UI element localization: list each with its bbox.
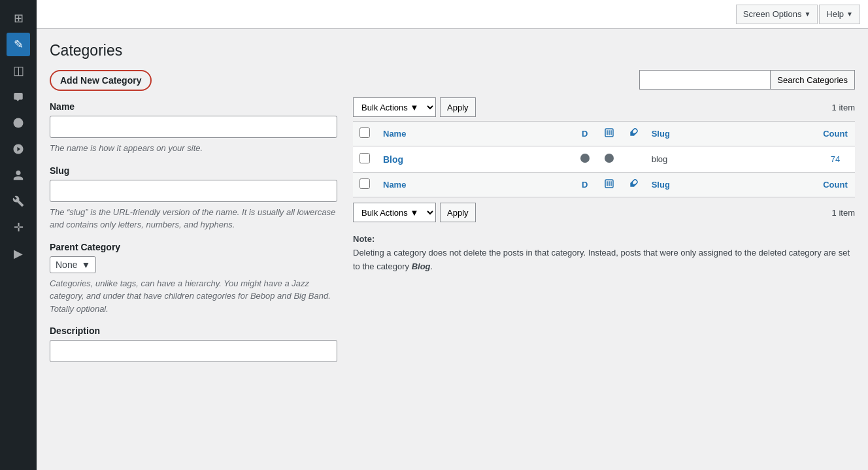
apply-button-bottom[interactable]: Apply <box>440 203 476 222</box>
svg-point-0 <box>14 118 24 128</box>
row-checkbox[interactable] <box>359 153 370 163</box>
search-input[interactable] <box>639 70 770 90</box>
screen-options-chevron-icon: ▼ <box>804 10 810 18</box>
parent-select[interactable]: None ▼ <box>50 256 96 273</box>
col-slug-footer[interactable]: Slug <box>645 173 816 197</box>
screen-options-button[interactable]: Screen Options ▼ <box>736 5 818 24</box>
sidebar-item-media[interactable]: ◫ <box>7 59 30 82</box>
row-slug-value: blog <box>652 154 668 164</box>
col-checkbox-footer <box>353 173 376 197</box>
categories-table: Name D Slug <box>353 121 855 197</box>
table-footer-row: Name D Slug <box>353 173 855 197</box>
name-hint: The name is how it appears on your site. <box>50 142 337 155</box>
svg-rect-3 <box>609 130 610 135</box>
categories-table-panel: Search Categories Bulk Actions ▼ Apply 1… <box>353 70 855 373</box>
page-content: Categories Add New Category Name The nam… <box>37 29 868 470</box>
sidebar-item-plugins[interactable] <box>7 137 30 161</box>
col-visibility-header <box>597 122 622 146</box>
page-title: Categories <box>50 42 855 59</box>
add-category-form: Add New Category Name The name is how it… <box>50 70 337 373</box>
topbar: Screen Options ▼ Help ▼ <box>37 0 868 29</box>
row-count-cell: 74 <box>816 146 855 173</box>
sidebar-item-settings[interactable]: ✛ <box>7 216 30 239</box>
help-chevron-icon: ▼ <box>846 10 853 18</box>
feather-footer-icon <box>628 178 639 189</box>
col-feather-header <box>622 122 645 146</box>
col-checkbox-header <box>353 122 376 146</box>
note-blog: Blog <box>412 261 431 271</box>
select-all-checkbox-top[interactable] <box>359 127 370 138</box>
sidebar: ⊞ ✎ ◫ ✛ ▶ <box>0 0 37 470</box>
main-content: Screen Options ▼ Help ▼ Categories Add N… <box>37 0 868 470</box>
name-field: Name The name is how it appears on your … <box>50 101 337 155</box>
content-body: Add New Category Name The name is how it… <box>50 70 855 373</box>
item-count-bottom: 1 item <box>832 208 855 218</box>
description-input[interactable] <box>50 340 337 362</box>
col-feather-footer <box>622 173 645 197</box>
row-slug-cell: blog <box>645 146 816 173</box>
dot-icon-1 <box>580 154 590 163</box>
col-name-footer[interactable]: Name <box>376 173 573 197</box>
bulk-actions-select-top[interactable]: Bulk Actions ▼ <box>353 97 436 117</box>
app-layout: ⊞ ✎ ◫ ✛ ▶ Screen Options ▼ Help <box>0 0 868 470</box>
svg-rect-8 <box>610 181 612 186</box>
name-label: Name <box>50 101 337 112</box>
visibility-icon <box>603 127 615 139</box>
bulk-bar-top: Bulk Actions ▼ Apply 1 item <box>353 97 855 117</box>
search-bar: Search Categories <box>353 70 855 90</box>
help-label: Help <box>826 9 844 19</box>
col-slug-header[interactable]: Slug <box>645 122 816 146</box>
row-empty-cell <box>622 146 645 173</box>
col-d-footer: D <box>573 173 597 197</box>
item-count-top: 1 item <box>832 103 855 112</box>
row-name-cell: Blog <box>376 146 573 173</box>
add-new-category-heading: Add New Category <box>50 70 152 91</box>
parent-label: Parent Category <box>50 242 337 252</box>
col-count-header[interactable]: Count <box>816 122 855 146</box>
apply-button-top[interactable]: Apply <box>440 97 476 117</box>
visibility-footer-icon <box>603 178 615 190</box>
parent-hint: Categories, unlike tags, can have a hier… <box>50 277 337 316</box>
search-categories-button[interactable]: Search Categories <box>770 70 855 90</box>
slug-hint: The “slug” is the URL-friendly version o… <box>50 206 337 231</box>
description-label: Description <box>50 326 337 336</box>
sidebar-item-posts[interactable]: ✎ <box>7 33 30 56</box>
feather-icon <box>628 127 639 138</box>
note-end: . <box>431 261 433 271</box>
col-count-footer[interactable]: Count <box>816 173 855 197</box>
d-column-footer-label: D <box>582 180 588 190</box>
bulk-actions-select-bottom[interactable]: Bulk Actions ▼ <box>353 203 436 222</box>
svg-rect-7 <box>609 181 610 186</box>
row-dot2-cell <box>597 146 622 173</box>
table-header-row: Name D Slug <box>353 122 855 146</box>
note-label: Note: <box>353 234 375 244</box>
help-button[interactable]: Help ▼ <box>819 5 860 24</box>
bulk-bar-bottom: Bulk Actions ▼ Apply 1 item <box>353 203 855 222</box>
row-checkbox-cell <box>353 146 376 173</box>
sidebar-item-play[interactable]: ▶ <box>7 242 30 265</box>
parent-select-value: None <box>56 260 77 270</box>
col-visibility-footer <box>597 173 622 197</box>
svg-rect-4 <box>610 130 612 135</box>
dot-icon-2 <box>605 154 614 163</box>
d-column-label: D <box>582 129 588 139</box>
sidebar-item-users[interactable] <box>7 163 30 187</box>
slug-input[interactable] <box>50 180 337 202</box>
name-input[interactable] <box>50 116 337 138</box>
description-field: Description <box>50 326 337 362</box>
col-d-header: D <box>573 122 597 146</box>
note-section: Note: Deleting a category does not delet… <box>353 233 855 273</box>
screen-options-label: Screen Options <box>743 9 802 19</box>
parent-field: Parent Category None ▼ Categories, unlik… <box>50 242 337 316</box>
sidebar-item-tools[interactable] <box>7 190 30 213</box>
slug-field: Slug The “slug” is the URL-friendly vers… <box>50 165 337 231</box>
sidebar-item-appearance[interactable] <box>7 111 30 135</box>
row-dot1-cell <box>573 146 597 173</box>
category-name-link[interactable]: Blog <box>383 154 403 165</box>
slug-label: Slug <box>50 165 337 176</box>
col-name-header[interactable]: Name <box>376 122 573 146</box>
sidebar-item-dashboard[interactable]: ⊞ <box>7 7 30 30</box>
select-all-checkbox-bottom[interactable] <box>359 178 370 189</box>
sidebar-item-comments[interactable] <box>7 85 30 109</box>
svg-rect-2 <box>607 130 608 135</box>
